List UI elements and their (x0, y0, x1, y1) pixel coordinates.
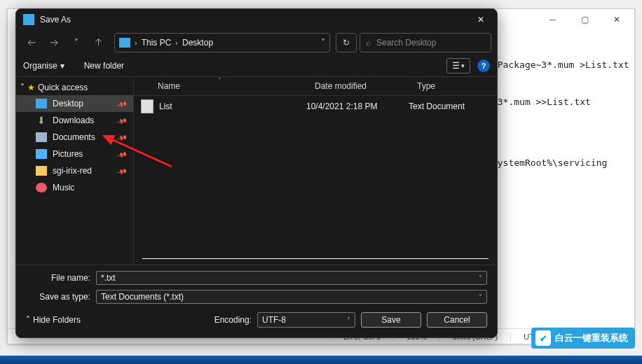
column-date[interactable]: Date modified (308, 81, 410, 91)
sidebar: ˅ ★ Quick access Desktop 📌 ⬇ Downloads 📌… (16, 77, 134, 265)
search-input[interactable]: ⌕ Search Desktop (360, 33, 491, 52)
new-folder-button[interactable]: New folder (84, 61, 124, 71)
sidebar-item-music[interactable]: Music (16, 179, 133, 196)
chevron-down-icon: ˅ (479, 274, 482, 282)
horizontal-scrollbar[interactable] (142, 258, 489, 259)
hide-folders-label: Hide Folders (33, 315, 81, 325)
chevron-right-icon: › (135, 38, 137, 47)
pin-icon: 📌 (116, 115, 128, 126)
file-row[interactable]: List 10/4/2021 2:18 PM Text Document (134, 96, 497, 117)
encoding-select[interactable]: UTF-8 ˅ (257, 312, 355, 328)
up-button[interactable]: 🡡 (89, 33, 109, 52)
file-list[interactable]: List 10/4/2021 2:18 PM Text Document (134, 96, 497, 258)
dialog-icon (23, 14, 34, 25)
music-icon (36, 183, 47, 192)
file-date: 10/4/2021 2:18 PM (306, 102, 409, 111)
file-list-area: ˄ Name Date modified Type List 10/4/2021… (134, 77, 497, 265)
pin-icon: 📌 (116, 148, 128, 160)
star-icon: ★ (27, 83, 35, 92)
pin-icon: 📌 (116, 165, 128, 176)
watermark-badge: ✔ 白云一键重装系统 (531, 328, 635, 349)
sidebar-item-folder[interactable]: sgi-irix-red 📌 (16, 162, 133, 179)
toolbar: Organise ▾ New folder ☰ ▾ ? (16, 55, 497, 76)
sidebar-item-label: Documents (53, 132, 95, 142)
savetype-label: Save as type: (26, 292, 96, 302)
encoding-value: UTF-8 (262, 315, 286, 325)
view-options-button[interactable]: ☰ ▾ (446, 58, 470, 74)
minimize-button[interactable]: ─ (536, 10, 568, 29)
sidebar-item-label: Downloads (53, 115, 94, 125)
quick-access-group[interactable]: ˅ ★ Quick access (16, 80, 133, 95)
text-file-icon (141, 99, 153, 113)
file-type: Text Document (409, 102, 497, 111)
recent-locations-button[interactable]: ˅ (67, 33, 86, 52)
taskbar (0, 356, 642, 364)
filename-input[interactable]: *.txt ˅ (96, 271, 487, 285)
close-notepad-button[interactable]: ✕ (601, 10, 633, 29)
desktop-icon (36, 99, 47, 108)
cancel-button[interactable]: Cancel (427, 312, 487, 328)
thispc-icon (119, 38, 130, 48)
sidebar-item-label: Pictures (53, 149, 83, 159)
downloads-icon: ⬇ (36, 115, 47, 125)
breadcrumb-thispc[interactable]: This PC (142, 38, 172, 48)
chevron-down-icon: ˅ (479, 293, 482, 301)
sidebar-item-desktop[interactable]: Desktop 📌 (16, 95, 133, 112)
pin-icon: 📌 (116, 98, 128, 109)
chevron-down-icon: ▾ (461, 62, 465, 69)
savetype-select[interactable]: Text Documents (*.txt) ˅ (96, 290, 487, 304)
column-type[interactable]: Type (410, 81, 497, 91)
address-bar[interactable]: › This PC › Desktop ˅ (114, 33, 330, 52)
pin-icon: 📌 (116, 132, 128, 143)
chevron-down-icon: ▾ (60, 61, 64, 71)
organise-label: Organise (23, 61, 57, 71)
chevron-down-icon[interactable]: ˅ (321, 38, 325, 48)
chevron-right-icon: › (175, 38, 178, 47)
savetype-value: Text Documents (*.txt) (101, 292, 184, 302)
filename-label: File name: (26, 273, 96, 283)
quick-access-label: Quick access (38, 83, 88, 92)
refresh-button[interactable]: ↻ (336, 33, 357, 52)
organise-menu[interactable]: Organise ▾ (23, 61, 64, 71)
column-headers: ˄ Name Date modified Type (134, 77, 497, 96)
dialog-titlebar: Save As ✕ (16, 9, 497, 30)
encoding-label: Encoding: (214, 315, 252, 325)
help-button[interactable]: ? (477, 59, 490, 72)
filename-value: *.txt (101, 273, 116, 283)
list-view-icon: ☰ (452, 61, 460, 71)
watermark-text: 白云一键重装系统 (555, 332, 628, 344)
save-form: File name: *.txt ˅ Save as type: Text Do… (16, 265, 497, 337)
sidebar-item-documents[interactable]: Documents 📌 (16, 129, 133, 146)
hide-folders-button[interactable]: Hide Folders (26, 315, 81, 325)
breadcrumb-desktop[interactable]: Desktop (182, 38, 213, 48)
maximize-button[interactable]: ▢ (568, 10, 601, 29)
chevron-up-icon (26, 315, 30, 325)
save-as-dialog: Save As ✕ 🡠 🡢 ˅ 🡡 › This PC › Desktop ˅ … (15, 8, 498, 338)
sort-indicator-icon: ˄ (218, 77, 221, 84)
documents-icon (36, 132, 47, 142)
file-name: List (153, 102, 306, 111)
save-button[interactable]: Save (361, 312, 421, 328)
forward-button[interactable]: 🡢 (44, 33, 64, 52)
search-icon: ⌕ (366, 38, 371, 48)
sidebar-item-label: sgi-irix-red (53, 166, 92, 176)
chevron-down-icon: ˅ (347, 316, 350, 324)
watermark-icon: ✔ (535, 330, 551, 346)
back-button[interactable]: 🡠 (22, 33, 41, 52)
close-dialog-button[interactable]: ✕ (465, 9, 497, 30)
navigation-row: 🡠 🡢 ˅ 🡡 › This PC › Desktop ˅ ↻ ⌕ Search… (16, 30, 497, 55)
dialog-title: Save As (40, 15, 71, 24)
search-placeholder: Search Desktop (376, 38, 436, 48)
pictures-icon (36, 149, 47, 159)
chevron-down-icon: ˅ (20, 83, 25, 92)
sidebar-item-label: Desktop (53, 99, 83, 108)
sidebar-item-pictures[interactable]: Pictures 📌 (16, 146, 133, 162)
sidebar-item-label: Music (53, 183, 74, 192)
folder-icon (36, 166, 47, 176)
sidebar-item-downloads[interactable]: ⬇ Downloads 📌 (16, 112, 133, 129)
